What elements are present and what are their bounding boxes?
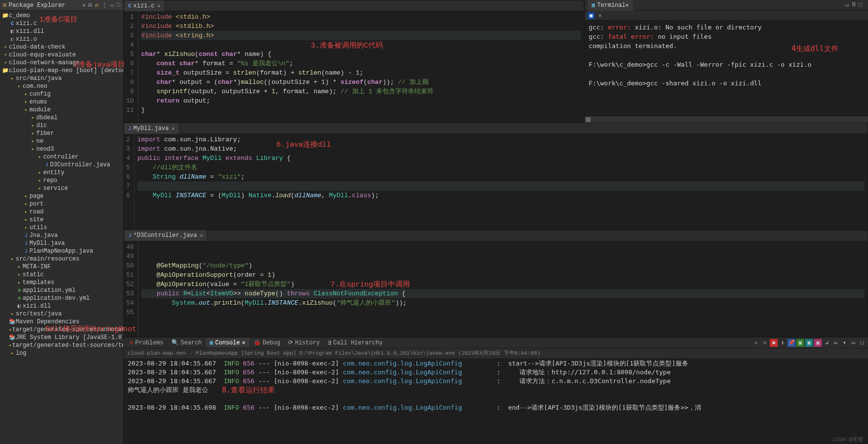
tree-item-label: application.yml [23, 287, 76, 294]
link-icon[interactable]: ⇄ [95, 1, 98, 9]
tree-item-label: cloud-plan-map-neo [boot] [devtools] [9, 67, 124, 75]
tree-item[interactable]: ▸ module [0, 106, 123, 114]
close-tab-icon[interactable]: ✕ [172, 126, 175, 131]
tree-item[interactable]: ▸ ne [0, 137, 123, 145]
clear-icon[interactable]: ✕ [752, 339, 760, 347]
tree-item-icon: J [43, 161, 50, 169]
open-icon[interactable]: ▣ [805, 339, 813, 347]
stop-icon[interactable]: ■ [770, 339, 778, 347]
min-icon[interactable]: □ [859, 1, 862, 9]
remove-all-icon[interactable]: ⊘ [761, 339, 769, 347]
tree-item[interactable]: ▸ service [0, 184, 123, 192]
tab-search[interactable]: 🔍Search [167, 338, 206, 347]
tree-item[interactable]: ◧ xizi.dll [0, 27, 123, 35]
term-close-icon[interactable]: ✕ [597, 12, 603, 19]
collapse-icon[interactable]: ⊟ [88, 1, 92, 9]
tree-item[interactable]: ▸ fiber [0, 130, 123, 137]
tree-item[interactable]: ◧ xizi.dll [0, 302, 123, 310]
tree-item[interactable]: ▸ dbdeal [0, 114, 123, 122]
tree-item[interactable]: ▸ dic [0, 122, 123, 130]
tab-console[interactable]: ▣Console✕ [206, 338, 249, 347]
tab-mydll[interactable]: J MyDll.java ✕ [124, 123, 179, 134]
close-tab-icon[interactable]: ✕ [200, 233, 203, 238]
tree-item[interactable]: ▸ templates [0, 279, 123, 287]
tab-history[interactable]: ⟳History [284, 338, 324, 347]
dropdown-icon[interactable]: ▾ [841, 339, 848, 347]
min-icon[interactable]: ▭ [849, 339, 857, 347]
show-icon[interactable]: ▣ [796, 339, 804, 347]
tree-item[interactable]: 📁 cloud-plan-map-neo [boot] [devtools] [0, 67, 123, 75]
tree-item[interactable]: ▸ site [0, 216, 123, 224]
file-tree[interactable]: 📁 c_demoC xizi.c◧ xizi.dll◧ xizi.o▪ clou… [0, 11, 123, 358]
terminal-scrollbar[interactable] [585, 116, 868, 123]
tree-item[interactable]: ⚙ application.yml [0, 287, 123, 294]
tree-item-icon: ▸ [9, 75, 16, 82]
menu-icon[interactable]: ⋮ [102, 1, 108, 9]
tree-item[interactable]: ▸ controller [0, 153, 123, 161]
tree-item-label: entity [43, 169, 64, 177]
wrap-icon[interactable]: ↲ [823, 339, 831, 347]
toggle-icon[interactable]: ▭ [832, 339, 840, 347]
terminal-body[interactable]: 4生成dll文件 gcc: error: xizi.o: No such fil… [585, 21, 868, 116]
tree-item-icon: ◧ [16, 302, 23, 310]
tree-item[interactable]: ▸ src/main/resources [0, 255, 123, 263]
tree-item[interactable]: ▸ target/generated-sources/annotations [0, 326, 123, 334]
tree-item[interactable]: J PlanMapNeoApp.java [0, 247, 123, 255]
tab-debug[interactable]: 🐞Debug [249, 338, 284, 347]
tree-item[interactable]: ▸ src/main/java [0, 75, 123, 82]
tree-item[interactable]: J MyDll.java [0, 239, 123, 247]
tree-item[interactable]: ▸ com.neo [0, 82, 123, 90]
close-icon[interactable]: ✕ [82, 2, 85, 8]
console-body[interactable]: 8.查看运行结果 2023-08-29 18:04:35.667 INFO 65… [124, 358, 868, 413]
tree-item-icon: ▪ [2, 59, 9, 67]
tree-item[interactable]: 📚 Maven Dependencies [0, 318, 123, 326]
tree-item[interactable]: ▸ utils [0, 224, 123, 232]
term-cmd-icon[interactable]: ▣ [588, 12, 595, 19]
maximize-icon[interactable]: □ [117, 1, 120, 9]
tree-item[interactable]: ▸ page [0, 192, 123, 200]
tree-item[interactable]: ▸ road [0, 208, 123, 216]
tree-item[interactable]: 📚 JRE System Library [JavaSE-1.8] [0, 334, 123, 341]
scroll-icon[interactable]: ↧ [779, 339, 787, 347]
tree-item-label: module [29, 106, 51, 114]
tree-item[interactable]: ▸ entity [0, 169, 123, 177]
code-body[interactable]: #include <stdio.h>#include <stdlib.h>#in… [138, 11, 584, 122]
tree-item-label: road [29, 208, 44, 216]
tab-d3controller[interactable]: J *D3Controller.java ✕ [124, 230, 207, 241]
tab-problems[interactable]: ⊘Problems [126, 338, 167, 347]
close-tab-icon[interactable]: ✕ [158, 3, 161, 9]
tree-item[interactable]: J Jna.java [0, 232, 123, 239]
pin-icon[interactable]: 📌 [787, 339, 795, 347]
tree-item[interactable]: ▸ config [0, 90, 123, 98]
tree-item-label: cloud-data-check [9, 43, 65, 51]
tab-xizi-c[interactable]: C xizi.c ✕ [124, 0, 165, 11]
tree-item[interactable]: ▸ enums [0, 98, 123, 106]
tree-item[interactable]: ▸ target/generated-test-sources/test-ann… [0, 341, 123, 349]
tree-item[interactable]: J D3Controller.java [0, 161, 123, 169]
tree-item[interactable]: ⚙ application-dev.yml [0, 294, 123, 302]
max-icon[interactable]: ▭ [845, 1, 849, 9]
tree-item-icon: ▸ [29, 137, 36, 145]
tree-item[interactable]: C xizi.c [0, 20, 123, 27]
max-icon[interactable]: □ [858, 339, 866, 347]
minimize-icon[interactable]: ▭ [110, 1, 114, 9]
tree-item[interactable]: ▸ neod3 [0, 145, 123, 153]
close-tab-icon[interactable]: ✕ [625, 1, 629, 9]
terminal-tab[interactable]: ▣ Terminal ✕ [588, 0, 633, 11]
tab-call-hierarchy[interactable]: ⇶Call Hierarchy [324, 338, 386, 347]
code-body[interactable]: @GetMapping("/node/type") @ApiOperationS… [138, 241, 868, 337]
tree-item[interactable]: ▸ log [0, 349, 123, 357]
tree-item[interactable]: ▸ META-INF [0, 263, 123, 271]
tree-item[interactable]: ▸ src/test/java [0, 310, 123, 318]
new-term-icon[interactable]: N [852, 1, 856, 9]
display-icon[interactable]: ▣ [814, 339, 822, 347]
tree-item[interactable]: ▸ port [0, 200, 123, 208]
tree-item[interactable]: ▪ cloud-data-check [0, 43, 123, 51]
tree-item[interactable]: ▪ cloud-equp-evaluate [0, 51, 123, 59]
tree-item[interactable]: ▸ repo [0, 177, 123, 184]
code-body[interactable]: import com.sun.jna.Library;import com.su… [135, 134, 868, 230]
tree-item[interactable]: ▸ static [0, 271, 123, 279]
tree-item[interactable]: ▪ cloud-network-manage [0, 59, 123, 67]
tree-item[interactable]: 📁 c_demo [0, 12, 123, 20]
tree-item[interactable]: ◧ xizi.o [0, 35, 123, 43]
